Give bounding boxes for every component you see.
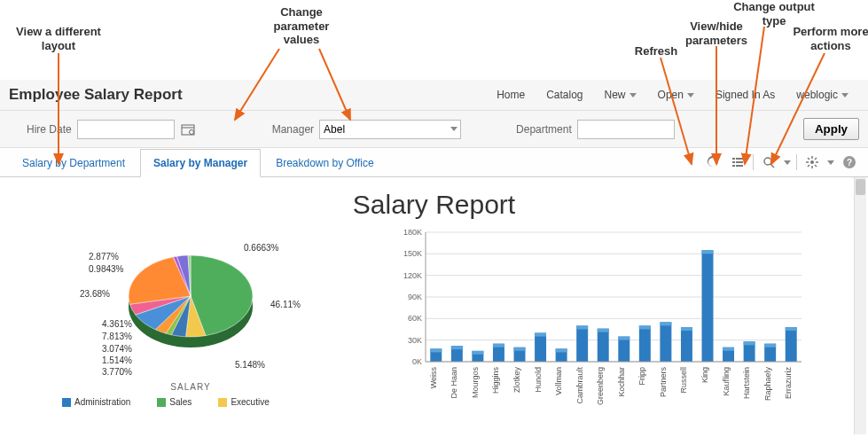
svg-rect-55 [535,333,546,337]
pie-slice-label: 3.770% [102,367,132,377]
svg-rect-73 [723,347,734,351]
svg-text:King: King [700,367,709,383]
svg-text:Partners: Partners [659,367,668,398]
pie-slice-label: 5.148% [235,360,265,370]
svg-text:Zlotkey: Zlotkey [512,367,521,394]
svg-text:90K: 90K [408,293,422,301]
svg-line-3 [661,58,692,164]
pie-slice-label: 3.074% [102,344,132,354]
svg-text:Vollman: Vollman [554,367,563,395]
svg-rect-58 [576,325,588,362]
svg-line-5 [745,27,764,164]
svg-rect-69 [681,327,692,331]
tab-salary-by-manager[interactable]: Salary by Manager [140,149,261,177]
svg-line-1 [235,49,279,120]
svg-text:Raphaely: Raphaely [763,367,772,402]
svg-rect-64 [639,325,651,362]
svg-rect-70 [702,250,714,362]
svg-text:180K: 180K [403,228,422,237]
annotations-overlay: View a different layout Change parameter… [0,0,868,80]
svg-rect-66 [660,322,671,362]
svg-line-2 [319,49,350,120]
svg-rect-67 [660,322,671,325]
svg-text:Errazuriz: Errazuriz [784,367,793,400]
svg-text:Kochhar: Kochhar [617,367,626,397]
svg-text:120K: 120K [403,271,422,280]
report-area: Salary Report 46.11%5.148%3.770%1.514%3.… [0,177,868,434]
svg-text:30K: 30K [408,336,422,345]
svg-rect-65 [639,325,651,329]
svg-text:Fripp: Fripp [637,367,646,386]
svg-text:Hunold: Hunold [534,367,543,393]
svg-text:60K: 60K [408,314,422,323]
svg-text:Greenberg: Greenberg [596,367,605,405]
pie-slice-label: 1.514% [102,355,132,365]
pie-chart: 46.11%5.148%3.770%1.514%3.074%7.813%4.36… [18,227,364,407]
svg-text:Kaufling: Kaufling [722,367,731,396]
bar-chart: 0K30K60K90K120K150K180KWeissDe HaanMourg… [390,227,807,413]
svg-rect-57 [556,348,567,352]
pie-slice-label: 23.68% [80,289,110,299]
svg-rect-54 [535,333,546,362]
svg-rect-61 [598,329,609,332]
svg-rect-49 [472,351,483,355]
pie-slice-label: 46.11% [270,300,301,309]
annotation-arrows [0,0,868,177]
svg-rect-47 [451,346,463,349]
svg-text:Hartstein: Hartstein [742,367,751,399]
svg-rect-60 [598,329,609,362]
svg-rect-68 [681,327,692,362]
scrollbar[interactable] [854,177,866,434]
svg-rect-63 [618,337,629,340]
svg-rect-51 [493,344,504,347]
svg-text:Cambrault: Cambrault [575,367,584,404]
svg-rect-59 [576,325,588,329]
svg-line-6 [771,53,825,164]
chevron-down-icon[interactable] [450,127,457,131]
pie-slice-label: 7.813% [102,332,132,341]
svg-text:0K: 0K [412,357,422,366]
svg-rect-71 [702,250,714,254]
pie-slice-label: 0.6663% [244,243,278,253]
pie-slice-label: 0.9843% [89,264,123,274]
pie-slice-label: 4.361% [102,319,132,329]
svg-rect-62 [618,337,629,362]
svg-text:Weiss: Weiss [429,367,438,389]
svg-text:Mourgos: Mourgos [471,367,480,399]
svg-rect-77 [764,344,776,347]
svg-rect-53 [514,347,526,351]
svg-text:Russell: Russell [679,367,688,394]
svg-rect-79 [786,327,797,331]
svg-rect-75 [744,341,755,345]
svg-text:De Haan: De Haan [450,367,458,399]
svg-rect-45 [430,348,442,352]
svg-rect-78 [786,327,797,362]
pie-slice-label: 2.877% [89,252,119,262]
svg-text:150K: 150K [403,249,422,258]
report-title: Salary Report [18,190,850,220]
svg-text:Higgins: Higgins [491,367,500,394]
